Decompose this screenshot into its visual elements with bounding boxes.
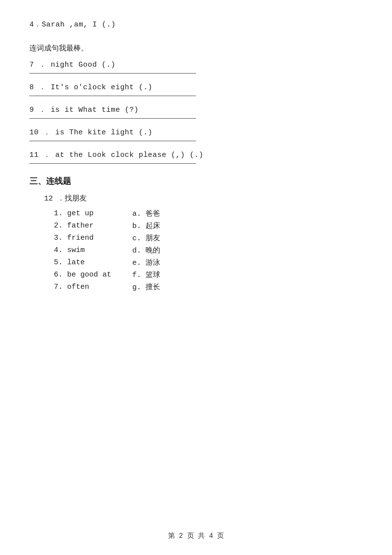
item-7-text: night Good (.) (50, 61, 115, 69)
item-9-underline (29, 118, 196, 119)
match-right-7: g. 擅长 (132, 282, 160, 292)
matching-list: 1. get up a. 爸爸 2. father b. 起床 3. frien… (44, 209, 363, 292)
item-11-row: 11 ． at the Look clock please (,) (.) (29, 150, 363, 159)
item-10-underline (29, 141, 196, 141)
match-right-4: d. 晚的 (132, 246, 160, 255)
match-left-1: 1. get up (54, 209, 132, 218)
item-9-number: 9 ． (29, 106, 46, 114)
item-10-row: 10 ． is The kite light (.) (29, 127, 363, 137)
item-11-text: at the Look clock please (,) (.) (55, 151, 203, 159)
item-10-text: is The kite light (.) (55, 128, 152, 137)
item-7-number: 7 ． (29, 61, 46, 69)
item-10-number: 10 ． (29, 128, 51, 137)
match-row-4: 4. swim d. 晚的 (54, 246, 363, 255)
item-8-text: It's o'clock eight (.) (50, 83, 152, 92)
match-right-6: f. 篮球 (132, 270, 160, 279)
item-8-underline (29, 96, 196, 96)
match-left-6: 6. be good at (54, 271, 132, 279)
item-7-underline (29, 73, 196, 74)
page-footer: 第 2 页 共 4 页 (0, 531, 392, 540)
item-4-text: 4．Sarah ,am, I (.) (29, 20, 363, 29)
item-7-row: 7 ． night Good (.) (29, 60, 363, 69)
section3-title: 三、连线题 (29, 176, 363, 187)
section3-subitem: 12 ．找朋友 (44, 194, 363, 203)
match-right-2: b. 起床 (132, 221, 160, 230)
match-right-3: c. 朋友 (132, 233, 160, 243)
match-left-4: 4. swim (54, 246, 132, 254)
section2-title: 连词成句我最棒。 (29, 44, 363, 53)
match-right-5: e. 游泳 (132, 258, 160, 267)
item-8-row: 8 ． It's o'clock eight (.) (29, 82, 363, 92)
match-right-1: a. 爸爸 (132, 209, 160, 218)
match-row-7: 7. often g. 擅长 (54, 282, 363, 292)
section2-items: 7 ． night Good (.) 8 ． It's o'clock eigh… (29, 60, 363, 164)
item-8-number: 8 ． (29, 83, 46, 92)
section2-instruction: 连词成句我最棒。 (29, 44, 363, 53)
item-11-number: 11 ． (29, 151, 51, 159)
footer-text: 第 2 页 共 4 页 (168, 532, 224, 540)
item-9-row: 9 ． is it What time (?) (29, 105, 363, 114)
match-row-3: 3. friend c. 朋友 (54, 233, 363, 243)
section3-body: 12 ．找朋友 1. get up a. 爸爸 2. father b. 起床 … (29, 194, 363, 292)
match-left-2: 2. father (54, 222, 132, 230)
match-row-1: 1. get up a. 爸爸 (54, 209, 363, 218)
section3: 三、连线题 12 ．找朋友 1. get up a. 爸爸 2. father … (29, 176, 363, 292)
page-content: 4．Sarah ,am, I (.) 连词成句我最棒。 7 ． night Go… (0, 0, 392, 321)
match-left-7: 7. often (54, 283, 132, 291)
item-4-row: 4．Sarah ,am, I (.) (29, 20, 363, 29)
match-row-5: 5. late e. 游泳 (54, 258, 363, 267)
item-9-text: is it What time (?) (50, 106, 139, 114)
match-left-3: 3. friend (54, 234, 132, 242)
match-left-5: 5. late (54, 258, 132, 267)
match-row-2: 2. father b. 起床 (54, 221, 363, 230)
item-11-underline (29, 163, 196, 164)
match-row-6: 6. be good at f. 篮球 (54, 270, 363, 279)
